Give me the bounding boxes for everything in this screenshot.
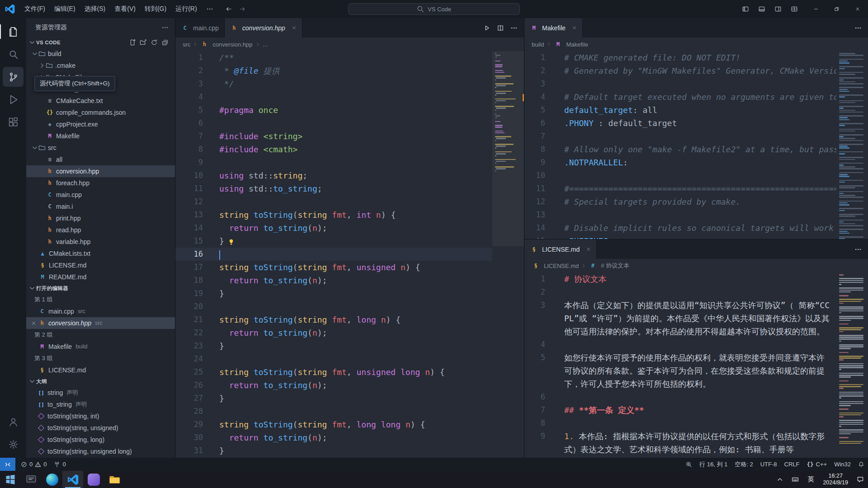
code-line-25[interactable]: 25string toString(string fmt, unsigned l… <box>175 366 492 379</box>
code-line-6[interactable]: 6 <box>175 117 492 130</box>
code-lines[interactable]: 1# 协议文本23本作品（定义如下）的提供是以适用“知识共享公共许可协议”（ 简… <box>524 272 836 458</box>
tab-main.cpp[interactable]: Cmain.cpp <box>175 18 225 38</box>
code-line-9[interactable]: 9 <box>175 156 492 169</box>
tree-item-main.i[interactable]: Cmain.i <box>26 201 175 212</box>
outline-item[interactable]: toString(string, unsigned long) <box>26 446 175 457</box>
tree-item-LICENSE.md[interactable]: §LICENSE.md <box>26 259 175 271</box>
command-center-search[interactable]: VS Code <box>348 3 520 15</box>
open-editor-LICENSE.md[interactable]: §LICENSE.md <box>26 364 175 376</box>
code-line-6[interactable]: 6 <box>524 390 836 404</box>
activity-source-control[interactable] <box>3 67 24 87</box>
code-line-23[interactable]: 23} <box>175 339 492 352</box>
tree-item-all[interactable]: ≡all <box>26 154 175 165</box>
code-editor[interactable]: 1/**2 * @file 提供3 */45#pragma once67#inc… <box>175 51 524 458</box>
action-center-icon[interactable] <box>853 471 868 488</box>
ime-language-indicator[interactable]: 英 <box>803 471 818 488</box>
menu-2[interactable]: 选择(S) <box>80 0 110 18</box>
breadcrumb-item[interactable]: src <box>183 41 190 48</box>
code-line-11[interactable]: 11using std::to_string; <box>175 182 492 195</box>
breadcrumb-item[interactable]: hconversion.hpp <box>200 41 252 48</box>
code-line-2[interactable]: 2 * @file 提供 <box>175 64 492 77</box>
code-line-30[interactable]: 30 return to_string(n); <box>175 431 492 444</box>
breadcrumb-item[interactable]: … <box>263 41 269 48</box>
tree-item-CMakeCache.txt[interactable]: ≡CMakeCache.txt <box>26 95 175 107</box>
code-line-4[interactable]: 4 <box>524 338 836 351</box>
code-line-6[interactable]: 6.PHONY : default_target <box>524 117 836 130</box>
code-line-4[interactable]: 4# Default target executed when no argum… <box>524 90 836 103</box>
lightbulb-icon[interactable] <box>228 239 235 245</box>
split-action-icon[interactable] <box>497 24 504 32</box>
toggle-sidebar-icon[interactable] <box>739 2 752 16</box>
platform[interactable]: Win32 <box>830 458 854 471</box>
code-line-29[interactable]: 29string toString(string fmt, long long … <box>175 418 492 431</box>
remote-indicator[interactable] <box>0 458 15 471</box>
code-line-15[interactable]: 15} <box>175 235 492 248</box>
open-editor-Makefile[interactable]: MMakefilebuild <box>26 341 175 352</box>
code-line-26[interactable]: 26 return to_string(n); <box>175 379 492 392</box>
breadcrumb[interactable]: §LICENSE.md## 协议文本 <box>524 259 868 272</box>
indentation[interactable]: 空格: 2 <box>731 458 756 471</box>
collapse-all-icon[interactable] <box>161 39 169 46</box>
section-vscode[interactable]: VS CODE <box>26 37 175 48</box>
code-line-32[interactable]: 32 <box>175 457 492 458</box>
toggle-panel-icon[interactable] <box>755 2 769 16</box>
run-action-icon[interactable] <box>483 24 491 32</box>
code-line-5[interactable]: 5#pragma once <box>175 103 492 117</box>
activity-extensions[interactable] <box>3 112 24 132</box>
code-line-11[interactable]: 11#=====================================… <box>524 182 836 195</box>
code-line-14[interactable]: 14# Disable implicit rules so canonical … <box>524 221 836 235</box>
close-tab-icon[interactable] <box>586 247 591 252</box>
code-line-17[interactable]: 17string toString(string fmt, unsigned n… <box>175 261 492 274</box>
breadcrumb-item[interactable]: MMakefile <box>554 41 588 48</box>
refresh-icon[interactable] <box>151 39 158 46</box>
tree-item-CMakeLists.txt[interactable]: ▲CMakeLists.txt <box>26 248 175 259</box>
minimap[interactable] <box>836 272 868 458</box>
language-mode[interactable]: {}C++ <box>803 458 831 471</box>
code-line-8[interactable]: 8 <box>524 417 836 430</box>
code-line-1[interactable]: 1# CMAKE generated file: DO NOT EDIT! <box>524 51 836 64</box>
taskbar-start[interactable] <box>0 471 21 488</box>
more-action-icon[interactable] <box>510 24 518 32</box>
new-file-icon[interactable] <box>129 39 136 46</box>
code-line-4[interactable]: 4 <box>175 90 492 103</box>
outline-item[interactable]: []string声明 <box>26 387 175 399</box>
tree-item-cppProject.exe[interactable]: ◈cppProject.exe <box>26 118 175 130</box>
taskbar-file-explorer[interactable] <box>104 471 125 488</box>
tree-item-read.hpp[interactable]: hread.hpp <box>26 224 175 236</box>
code-lines[interactable]: 1/**2 * @file 提供3 */45#pragma once67#inc… <box>175 51 492 458</box>
menu-0[interactable]: 文件(F) <box>20 0 50 18</box>
toggle-secondary-sidebar-icon[interactable] <box>771 2 785 16</box>
code-line-10[interactable]: 10using std::string; <box>175 169 492 182</box>
menu-3[interactable]: 查看(V) <box>110 0 140 18</box>
code-line-19[interactable]: 19} <box>175 287 492 300</box>
breadcrumb-item[interactable]: §LICENSE.md <box>532 263 579 269</box>
close-editor-icon[interactable] <box>29 321 38 326</box>
notifications[interactable] <box>854 458 868 471</box>
code-editor[interactable]: 1# 协议文本23本作品（定义如下）的提供是以适用“知识共享公共许可协议”（ 简… <box>524 272 868 458</box>
code-line-21[interactable]: 21string toString(string fmt, long n) { <box>175 313 492 326</box>
ports-status[interactable]: 0 <box>50 458 69 471</box>
activity-run-debug[interactable] <box>3 89 24 109</box>
tree-item-README.md[interactable]: MREADME.md <box>26 271 175 283</box>
tree-item-.cmake[interactable]: .cmake <box>26 60 175 71</box>
tree-item-print.hpp[interactable]: hprint.hpp <box>26 212 175 224</box>
forward-icon[interactable] <box>239 5 246 13</box>
tree-item-foreach.hpp[interactable]: hforeach.hpp <box>26 177 175 189</box>
tree-item-main.cpp[interactable]: Cmain.cpp <box>26 189 175 201</box>
minimap[interactable] <box>492 51 524 458</box>
tree-item-build[interactable]: build <box>26 48 175 60</box>
eol[interactable]: CRLF <box>781 458 803 471</box>
code-line-28[interactable]: 28 <box>175 405 492 418</box>
new-folder-icon[interactable] <box>140 39 147 46</box>
code-line-1[interactable]: 1/** <box>175 51 492 64</box>
section-outline[interactable]: 大纲 <box>26 376 175 387</box>
close-tab-icon[interactable] <box>572 25 577 30</box>
minimap[interactable] <box>836 51 868 239</box>
code-line-2[interactable]: 2# Generated by "MinGW Makefiles" Genera… <box>524 64 836 77</box>
taskbar-clock[interactable]: 16:27 2024/8/19 <box>818 473 853 486</box>
code-line-5[interactable]: 5default_target: all <box>524 103 836 117</box>
outline-item[interactable]: []to_string声明 <box>26 399 175 410</box>
breadcrumb-item[interactable]: build <box>532 41 544 48</box>
back-icon[interactable] <box>225 5 232 13</box>
code-line-8[interactable]: 8#include <cmath> <box>175 143 492 156</box>
